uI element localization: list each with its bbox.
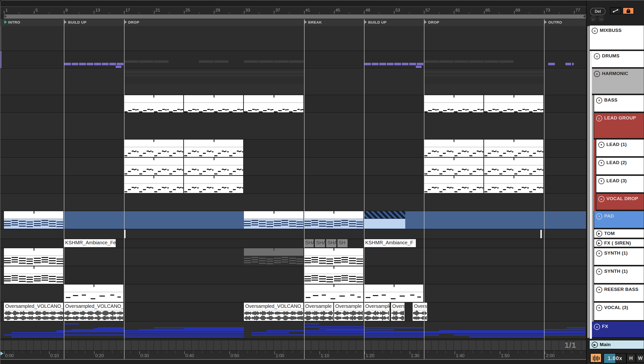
- track-header-bass[interactable]: ▼BASS: [594, 95, 644, 112]
- bar-ruler[interactable]: 1591317212529333741454953576165697377: [1, 7, 586, 14]
- midi-clip[interactable]: [184, 176, 243, 193]
- forward-arrow-button[interactable]: →: [598, 16, 604, 22]
- midi-clip[interactable]: [64, 284, 123, 302]
- locator-flag-icon[interactable]: [424, 20, 427, 24]
- playback-speed-control[interactable]: 1.00x: [603, 353, 626, 364]
- track-row-synth-1-[interactable]: [1, 248, 586, 266]
- audio-clip[interactable]: Oversampled_VOLCANO_: [64, 303, 123, 321]
- delete-button[interactable]: Del: [590, 8, 605, 15]
- vertical-scrollbar[interactable]: [587, 26, 589, 338]
- group-icon[interactable]: ≡: [598, 196, 604, 202]
- track-header-reeser-bass[interactable]: ▼REESER BASS: [594, 284, 644, 302]
- locator-label[interactable]: BUILD UP: [368, 20, 387, 24]
- locator-flag-icon[interactable]: [125, 20, 127, 24]
- midi-clip[interactable]: [244, 95, 303, 112]
- locator-marker-row[interactable]: INTROBUILD UPDROPBREAKBUILD UPDROPOUTRO: [1, 19, 586, 26]
- pad-clip-hatched[interactable]: [364, 211, 405, 229]
- unfold-icon[interactable]: ▼: [596, 98, 602, 104]
- track-row-bass[interactable]: [1, 95, 586, 113]
- audio-clip[interactable]: Overs: [413, 303, 427, 321]
- track-row-fx-siren-[interactable]: KSHMR_Ambiance_FeSHADSHADSHADSHKSHMR_Amb…: [1, 239, 586, 248]
- track-row-reeser-bass[interactable]: [1, 284, 586, 303]
- audio-clip[interactable]: Oversample: [364, 303, 389, 321]
- track-header-synth-1-[interactable]: ▼SYNTH (1): [594, 266, 644, 284]
- arrangement-tracks-area[interactable]: KSHMR_Ambiance_FeSHADSHADSHADSHKSHMR_Amb…: [1, 26, 586, 339]
- audio-clip[interactable]: Overs: [391, 303, 404, 321]
- midi-clip[interactable]: [124, 140, 183, 157]
- shad-clip[interactable]: SHAD: [304, 239, 314, 247]
- midi-clip[interactable]: [424, 158, 483, 176]
- midi-clip[interactable]: [484, 158, 543, 176]
- midi-clip[interactable]: [184, 158, 243, 176]
- shad-clip[interactable]: SH: [337, 239, 348, 247]
- track-row-lead-3-[interactable]: [1, 176, 586, 194]
- audition-waveform-button[interactable]: [590, 353, 601, 362]
- unfold-icon[interactable]: ▼: [596, 305, 602, 311]
- audio-clip[interactable]: Oversampled_VOLCANO_: [244, 303, 303, 321]
- track-row-lead-1-[interactable]: [1, 140, 586, 158]
- locator-flag-icon[interactable]: [5, 20, 7, 24]
- play-start-marker-icon[interactable]: [1, 352, 3, 356]
- play-icon[interactable]: ▶: [596, 240, 602, 246]
- back-arrow-button[interactable]: ←: [590, 16, 596, 22]
- midi-clip[interactable]: [184, 95, 243, 112]
- pad-clip[interactable]: [4, 211, 63, 229]
- track-header-harmonic[interactable]: ≡HARMONIC: [592, 69, 644, 94]
- optimize-height-button[interactable]: H: [626, 354, 635, 362]
- audio-clip-title-only[interactable]: KSHMR_Ambiance_F: [364, 239, 416, 247]
- track-row-vocal-3-[interactable]: Oversampled_VOLCANO_Oversampled_VOLCANO_…: [1, 303, 586, 322]
- track-row-pad[interactable]: [1, 211, 586, 229]
- track-header-lead-3-[interactable]: ▼LEAD (3): [596, 176, 644, 193]
- midi-clip[interactable]: [424, 176, 483, 193]
- unfold-icon[interactable]: ▼: [598, 178, 604, 184]
- pad-clip[interactable]: [304, 211, 363, 229]
- midi-clip[interactable]: [124, 95, 183, 112]
- track-header-pad[interactable]: ▼PAD: [594, 211, 644, 228]
- draw-mode-button[interactable]: [610, 7, 621, 14]
- audio-clip[interactable]: Oversample: [304, 303, 333, 321]
- track-row-lead-2-[interactable]: [1, 158, 586, 176]
- track-header-vocal-drop[interactable]: ≡VOCAL DROP: [596, 194, 644, 210]
- unfold-icon[interactable]: ▼: [598, 160, 604, 166]
- track-header-lead-1-[interactable]: ▼LEAD (1): [596, 140, 644, 157]
- track-header-tom[interactable]: ▶TOM: [594, 229, 644, 238]
- track-header-lead-2-[interactable]: ▼LEAD (2): [596, 158, 644, 175]
- audio-clip[interactable]: Oversampled_VOLCANO_: [4, 303, 63, 321]
- group-icon[interactable]: ≡: [592, 28, 598, 34]
- track-row-mixbuss[interactable]: [1, 26, 586, 51]
- track-header-main[interactable]: ▶ Main: [590, 340, 644, 350]
- midi-clip-deactivated[interactable]: [244, 248, 303, 266]
- track-row-harmonic[interactable]: [1, 69, 586, 95]
- tiny-clip[interactable]: [540, 230, 542, 238]
- midi-clip[interactable]: [424, 140, 483, 157]
- midi-clip[interactable]: [304, 248, 363, 266]
- unfold-icon[interactable]: ▼: [596, 214, 602, 220]
- shad-clip[interactable]: SHAD: [315, 239, 325, 247]
- track-row-vocal-drop[interactable]: [1, 194, 586, 211]
- midi-clip[interactable]: [4, 266, 63, 284]
- audio-clip[interactable]: Oversample: [334, 303, 363, 321]
- locator-label[interactable]: BUILD UP: [68, 20, 86, 24]
- main-automation-row[interactable]: 1/1: [1, 340, 586, 350]
- locator-label[interactable]: DROP: [128, 20, 139, 24]
- locator-label[interactable]: OUTRO: [548, 20, 562, 24]
- track-header-fx[interactable]: ≡FX: [592, 322, 644, 338]
- scrub-area[interactable]: [4, 14, 586, 19]
- unfold-icon[interactable]: ▼: [598, 142, 604, 148]
- midi-clip[interactable]: [484, 140, 543, 157]
- midi-clip[interactable]: [124, 158, 183, 176]
- locator-flag-icon[interactable]: [545, 20, 547, 24]
- track-row-drums[interactable]: [1, 51, 586, 69]
- locator-flag-icon[interactable]: [64, 20, 67, 24]
- midi-clip[interactable]: [4, 248, 63, 266]
- midi-clip[interactable]: [424, 95, 483, 112]
- unfold-icon[interactable]: ▼: [596, 287, 602, 293]
- midi-clip[interactable]: [484, 176, 543, 193]
- optimize-width-button[interactable]: W: [636, 354, 644, 362]
- midi-clip[interactable]: [364, 284, 423, 302]
- midi-clip[interactable]: [304, 266, 363, 284]
- time-ruler[interactable]: 0:000:100:200:300:400:501:001:101:201:30…: [1, 350, 586, 360]
- locator-label[interactable]: BREAK: [308, 20, 322, 24]
- play-icon[interactable]: ▶: [596, 230, 602, 237]
- track-header-mixbuss[interactable]: ≡MIXBUSS: [590, 26, 644, 50]
